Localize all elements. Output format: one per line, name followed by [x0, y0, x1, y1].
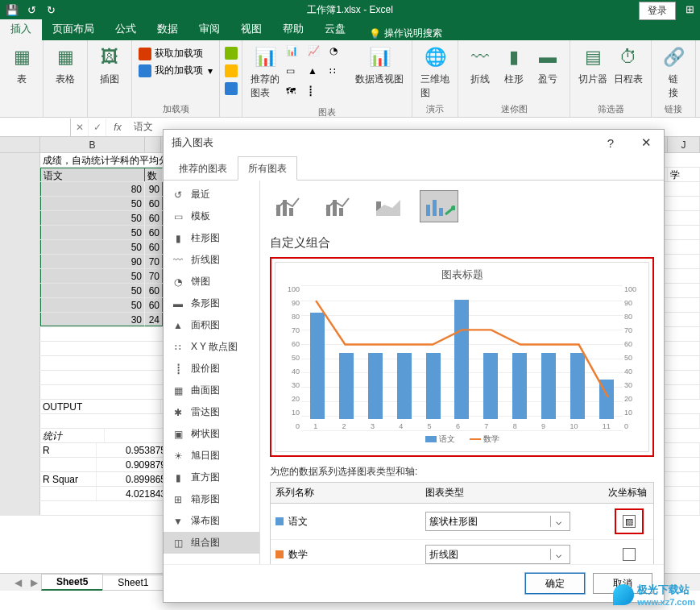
sparkline-winloss-button[interactable]: ▬盈亏: [531, 44, 565, 86]
chart-type-icon: ▮: [172, 471, 184, 484]
prev-sheet-icon[interactable]: ◀: [10, 577, 26, 588]
tab-cloud[interactable]: 云盘: [314, 18, 356, 40]
chart-type-4[interactable]: ◔饼图: [164, 271, 259, 293]
combo-subtype-custom[interactable]: [420, 190, 458, 222]
addins-icon: [139, 64, 151, 77]
recommended-charts-button[interactable]: 📊推荐的 图表: [247, 44, 283, 100]
tab-insert[interactable]: 插入: [0, 18, 42, 40]
line-chart-icon[interactable]: 📈: [308, 45, 327, 63]
dialog-tab-recommended[interactable]: 推荐的图表: [168, 156, 238, 181]
scatter-chart-icon[interactable]: ∷: [329, 65, 349, 83]
table-cell[interactable]: 50: [40, 298, 145, 312]
dialog-tab-all[interactable]: 所有图表: [238, 156, 297, 181]
table-cell[interactable]: 60: [145, 226, 163, 239]
redo-icon[interactable]: ↻: [42, 1, 60, 19]
tab-page-layout[interactable]: 页面布局: [42, 18, 105, 40]
login-button[interactable]: 登录: [639, 2, 676, 20]
combo-subtype-2[interactable]: [320, 190, 358, 222]
table-cell[interactable]: 90: [40, 255, 145, 268]
close-icon[interactable]: ✕: [636, 133, 656, 152]
save-icon[interactable]: 💾: [3, 1, 21, 19]
timeline-button[interactable]: ⏱日程表: [611, 44, 646, 86]
ok-button[interactable]: 确定: [525, 573, 585, 594]
table-cell[interactable]: 70: [145, 255, 163, 268]
map-chart-icon[interactable]: 🗺: [286, 85, 305, 103]
people-graph-icon[interactable]: [225, 64, 238, 77]
help-icon[interactable]: ?: [601, 133, 620, 152]
chart-type-2[interactable]: ▮柱形图: [164, 227, 259, 249]
chart-type-10[interactable]: ✱雷达图: [164, 401, 259, 423]
series-2-type-dropdown[interactable]: 折线图⌵: [425, 545, 570, 564]
table-cell[interactable]: 60: [145, 240, 163, 254]
table-cell[interactable]: 60: [145, 298, 163, 312]
chart-type-14[interactable]: ⊞箱形图: [164, 488, 259, 510]
chart-type-5[interactable]: ▬条形图: [164, 293, 259, 314]
ribbon-options-icon[interactable]: ⊞: [681, 0, 698, 18]
sheet-tab-active[interactable]: Sheet5: [41, 574, 103, 591]
get-addins-button[interactable]: 获取加载项: [139, 47, 203, 60]
combo-subtype-3[interactable]: [370, 190, 408, 222]
pivotchart-button[interactable]: 📊数据透视图: [352, 44, 407, 86]
chart-type-11[interactable]: ▣树状图: [164, 423, 259, 445]
pie-chart-icon[interactable]: ◔: [329, 45, 349, 63]
sparkline-line-button[interactable]: 〰折线: [463, 44, 497, 86]
chart-type-13[interactable]: ▮直方图: [164, 467, 259, 488]
chart-type-16[interactable]: ◫组合图: [164, 532, 259, 554]
table-cell[interactable]: 50: [40, 240, 145, 254]
chart-type-1[interactable]: ▭模板: [164, 205, 259, 227]
table-cell[interactable]: 50: [40, 211, 145, 225]
illustrations-button[interactable]: 🖼插图: [93, 44, 126, 86]
column-chart-icon[interactable]: 📊: [286, 45, 305, 63]
chart-type-8[interactable]: ┋股价图: [164, 358, 259, 380]
sheet-tab[interactable]: Sheet1: [102, 575, 164, 591]
tab-formulas[interactable]: 公式: [105, 18, 147, 40]
tab-help[interactable]: 帮助: [272, 18, 314, 40]
tab-review[interactable]: 审阅: [188, 18, 230, 40]
next-sheet-icon[interactable]: ▶: [26, 577, 42, 588]
table-cell[interactable]: 30: [40, 313, 145, 326]
bar-chart-icon[interactable]: ▭: [286, 65, 305, 83]
table-cell[interactable]: 50: [40, 284, 145, 297]
fx-icon[interactable]: fx: [106, 122, 129, 133]
table-cell[interactable]: 50: [40, 226, 145, 239]
combo-subtype-1[interactable]: [270, 190, 309, 222]
chart-type-7[interactable]: ∷X Y 散点图: [164, 336, 259, 358]
chart-type-9[interactable]: ▦曲面图: [164, 380, 259, 401]
sparkline-column-button[interactable]: ▮柱形: [497, 44, 531, 86]
table-cell[interactable]: 50: [40, 197, 145, 210]
undo-icon[interactable]: ↺: [23, 1, 40, 19]
table-cell[interactable]: 90: [145, 182, 163, 196]
series-1-type-dropdown[interactable]: 簇状柱形图⌵: [425, 512, 570, 531]
bing-maps-icon[interactable]: [225, 47, 238, 60]
cell-header[interactable]: 语文: [40, 168, 145, 181]
table-cell[interactable]: 80: [40, 182, 145, 196]
area-chart-icon[interactable]: ▲: [308, 65, 327, 83]
enter-formula-icon[interactable]: ✓: [89, 118, 106, 136]
series-2-secondary-axis-checkbox[interactable]: [623, 548, 636, 561]
3d-map-button[interactable]: 🌐三维地 图: [417, 44, 453, 100]
chart-type-6[interactable]: ▲面积图: [164, 314, 259, 336]
tab-view[interactable]: 视图: [230, 18, 272, 40]
tell-me-search[interactable]: 💡 操作说明搜索: [361, 27, 450, 40]
link-button[interactable]: 🔗链 接: [657, 44, 690, 100]
my-addins-button[interactable]: 我的加载项▾: [139, 64, 213, 77]
cancel-formula-icon[interactable]: ✕: [71, 118, 89, 136]
series-1-secondary-axis-checkbox[interactable]: ▨: [623, 515, 636, 528]
table-cell[interactable]: 24: [145, 313, 163, 326]
table-cell[interactable]: 60: [145, 284, 163, 297]
table-cell[interactable]: 70: [145, 269, 163, 283]
tab-data[interactable]: 数据: [147, 18, 188, 40]
chart-type-0[interactable]: ↺最近: [164, 184, 259, 205]
chart-type-15[interactable]: ▼瀑布图: [164, 510, 259, 532]
chart-type-12[interactable]: ☀旭日图: [164, 445, 259, 467]
chart-type-3[interactable]: 〰折线图: [164, 249, 259, 271]
table-cell[interactable]: 60: [145, 197, 163, 210]
stock-chart-icon[interactable]: ┋: [308, 85, 327, 103]
slicer-button[interactable]: ▤切片器: [575, 44, 611, 86]
table-button[interactable]: ▦表格: [48, 44, 82, 86]
name-box[interactable]: [0, 118, 71, 136]
partial-button[interactable]: ▦表: [5, 44, 39, 86]
visio-icon[interactable]: [225, 82, 238, 95]
table-cell[interactable]: 60: [145, 211, 163, 225]
table-cell[interactable]: 50: [40, 269, 145, 283]
